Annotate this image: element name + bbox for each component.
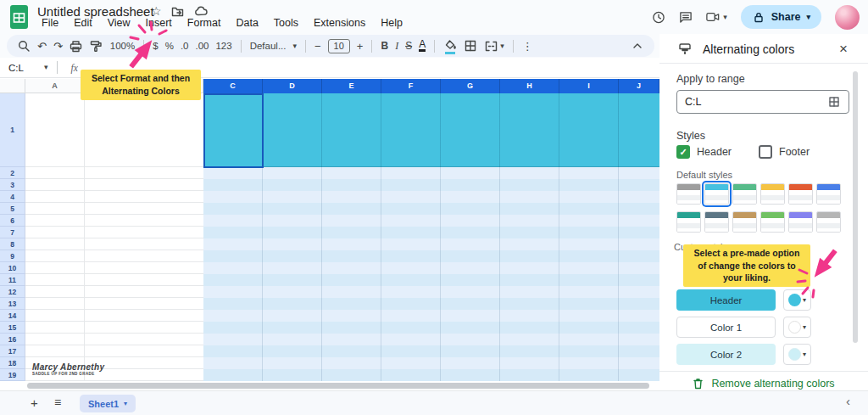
row-header-11[interactable]: 11	[0, 274, 25, 286]
all-sheets-icon[interactable]: ≡	[54, 395, 61, 409]
meet-camera-icon[interactable]	[706, 10, 720, 24]
account-avatar[interactable]	[835, 5, 860, 30]
italic-button[interactable]: I	[395, 40, 398, 53]
camera-caret-icon[interactable]: ▾	[723, 14, 727, 21]
column-header-f[interactable]: F	[381, 79, 441, 93]
name-box[interactable]: C:L	[0, 63, 44, 73]
menu-help[interactable]: Help	[375, 16, 409, 30]
add-sheet-button[interactable]: +	[31, 395, 38, 410]
menu-data[interactable]: Data	[230, 16, 264, 30]
column-header-h[interactable]: H	[500, 79, 559, 93]
print-icon[interactable]	[70, 39, 83, 53]
increase-font-size-button[interactable]: +	[357, 41, 364, 52]
font-family-select[interactable]: Defaul...	[250, 41, 287, 51]
row-header-12[interactable]: 12	[0, 286, 25, 298]
remove-alternating-colors-button[interactable]: Remove alternating colors	[676, 377, 849, 390]
menu-extensions[interactable]: Extensions	[308, 16, 371, 30]
row-header-14[interactable]: 14	[0, 310, 25, 322]
row-header-15[interactable]: 15	[0, 322, 25, 334]
column-header-j[interactable]: J	[619, 79, 659, 93]
style-swatch-9[interactable]	[732, 211, 757, 233]
sheets-logo[interactable]	[8, 4, 31, 31]
paint-format-icon[interactable]	[90, 39, 103, 53]
format-currency-button[interactable]: $	[153, 41, 158, 51]
range-input[interactable]: C:L	[676, 90, 849, 114]
bold-button[interactable]: B	[381, 40, 388, 52]
share-button[interactable]: Share ▾	[741, 5, 821, 29]
row-header-16[interactable]: 16	[0, 334, 25, 345]
column-header-a[interactable]: A	[25, 79, 85, 93]
style-swatch-4[interactable]	[760, 183, 785, 205]
close-panel-icon[interactable]: ×	[839, 41, 848, 58]
version-history-icon[interactable]	[652, 10, 665, 24]
undo-icon[interactable]: ↶	[37, 41, 47, 52]
row-header-7[interactable]: 7	[0, 227, 25, 238]
style-swatch-10[interactable]	[760, 211, 785, 233]
sheet-tab[interactable]: Sheet1 ▾	[80, 395, 136, 412]
column-header-e[interactable]: E	[322, 79, 381, 93]
header-style-button[interactable]: Header	[676, 289, 776, 311]
horizontal-scrollbar[interactable]	[27, 383, 649, 389]
format-percent-button[interactable]: %	[165, 41, 174, 51]
header-checkbox[interactable]: ✓	[676, 145, 690, 159]
fill-color-button[interactable]	[443, 37, 457, 54]
style-swatch-3[interactable]	[732, 183, 757, 205]
style-swatch-2[interactable]	[704, 183, 729, 205]
style-swatch-12[interactable]	[816, 211, 841, 233]
cells-columns-ab[interactable]	[25, 167, 203, 381]
banded-header-row[interactable]	[203, 93, 659, 167]
decrease-font-size-button[interactable]: −	[314, 41, 321, 52]
decrease-decimal-button[interactable]: .0	[181, 41, 189, 51]
merge-cells-icon[interactable]	[484, 39, 498, 53]
row-header-10[interactable]: 10	[0, 262, 25, 274]
style-swatch-8[interactable]	[704, 211, 729, 233]
active-cell-c1[interactable]	[203, 93, 264, 168]
row-header-13[interactable]: 13	[0, 298, 25, 310]
collapse-toolbar-icon[interactable]	[631, 39, 644, 53]
color1-color-picker[interactable]: ▾	[783, 317, 811, 338]
font-family-caret-icon[interactable]: ▾	[292, 42, 297, 50]
increase-decimal-button[interactable]: .00	[195, 41, 209, 51]
menu-format[interactable]: Format	[181, 16, 227, 30]
row-header-3[interactable]: 3	[0, 179, 25, 191]
menu-tools[interactable]: Tools	[268, 16, 304, 30]
font-size-input[interactable]: 10	[328, 39, 350, 53]
select-all-corner[interactable]	[0, 79, 25, 93]
style-swatch-11[interactable]	[788, 211, 813, 233]
header-color-picker[interactable]: ▾	[783, 289, 811, 311]
style-swatch-1[interactable]	[676, 183, 701, 205]
style-swatch-6[interactable]	[816, 183, 841, 205]
row-header-19[interactable]: 19	[0, 369, 25, 381]
menu-edit[interactable]: Edit	[68, 16, 98, 30]
column-header-c[interactable]: C	[203, 79, 263, 93]
more-options-icon[interactable]: ⋮	[522, 41, 533, 52]
row-header-6[interactable]: 6	[0, 215, 25, 227]
text-color-button[interactable]: A	[419, 40, 426, 52]
color2-color-picker[interactable]: ▾	[783, 344, 811, 365]
merge-caret-icon[interactable]: ▾	[500, 42, 504, 50]
share-caret-icon[interactable]: ▾	[806, 14, 810, 21]
row-header-18[interactable]: 18	[0, 357, 25, 369]
row-header-9[interactable]: 9	[0, 250, 25, 262]
row-header-2[interactable]: 2	[0, 167, 25, 179]
name-box-caret-icon[interactable]: ▾	[44, 64, 48, 71]
cells-columns-ab-row1[interactable]	[25, 93, 203, 167]
zoom-select[interactable]: 100%	[110, 41, 135, 51]
row-header-1[interactable]: 1	[0, 93, 25, 167]
borders-icon[interactable]	[464, 39, 477, 53]
column-header-d[interactable]: D	[263, 79, 322, 93]
collapse-panel-icon[interactable]: ‹	[846, 394, 850, 408]
panel-scrollbar[interactable]	[853, 71, 858, 343]
style-swatch-5[interactable]	[788, 183, 813, 205]
menu-file[interactable]: File	[36, 16, 64, 30]
column-header-g[interactable]: G	[441, 79, 500, 93]
strikethrough-button[interactable]: S	[405, 40, 412, 52]
row-header-4[interactable]: 4	[0, 191, 25, 203]
search-icon[interactable]	[17, 39, 31, 53]
number-format-button[interactable]: 123	[215, 41, 231, 51]
redo-icon[interactable]: ↷	[53, 41, 63, 52]
menu-view[interactable]: View	[102, 16, 136, 30]
row-header-8[interactable]: 8	[0, 238, 25, 250]
select-range-icon[interactable]	[827, 95, 841, 109]
color1-style-button[interactable]: Color 1	[676, 317, 776, 338]
